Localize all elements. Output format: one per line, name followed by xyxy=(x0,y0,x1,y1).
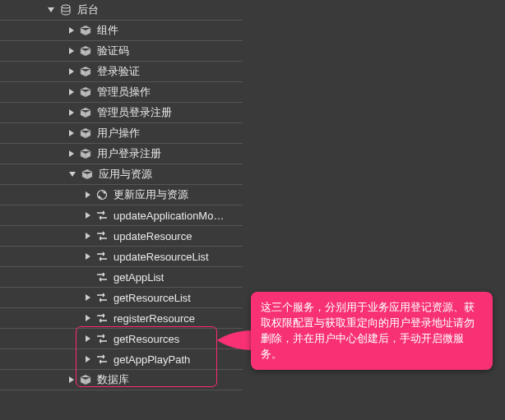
tree-root-label: 后台 xyxy=(77,2,99,17)
tree-child[interactable]: updateApplicationMo… xyxy=(0,205,243,226)
tree-child[interactable]: updateResourceList xyxy=(0,247,243,267)
tree-child[interactable]: 更新应用与资源 xyxy=(0,185,243,205)
package-icon xyxy=(79,107,92,118)
tree-item-label: 验证码 xyxy=(97,44,129,58)
package-icon xyxy=(79,148,92,159)
chevron-right-icon xyxy=(86,192,90,198)
tree-item[interactable]: 管理员操作 xyxy=(0,82,243,103)
tree-panel: 后台 组件 验证码 登录验证 管理员操作 管理员登录注册 用户操作 用户登录注册 xyxy=(0,0,243,390)
tree-child-getappplaypath[interactable]: getAppPlayPath xyxy=(0,349,243,370)
refresh-icon xyxy=(95,189,109,201)
chevron-right-icon xyxy=(69,150,74,157)
chevron-right-icon xyxy=(86,315,90,321)
tree-item-label: 管理员登录注册 xyxy=(97,105,172,120)
tree-item[interactable]: 组件 xyxy=(0,21,243,41)
chevron-right-icon xyxy=(86,294,90,301)
tree-child-label: getResourceList xyxy=(114,292,191,304)
package-icon xyxy=(79,66,92,77)
package-icon xyxy=(79,86,92,98)
tree-child-label: 更新应用与资源 xyxy=(114,187,188,202)
tree-child-getresources[interactable]: getResources xyxy=(0,329,243,349)
tree-child-label: updateApplicationMo… xyxy=(114,210,224,222)
tree-item-label: 管理员操作 xyxy=(97,85,151,99)
chevron-right-icon xyxy=(69,68,74,75)
tree-item-label: 应用与资源 xyxy=(99,167,152,182)
tree-item-appres[interactable]: 应用与资源 xyxy=(0,164,243,185)
arrow-spacer xyxy=(86,274,90,280)
flow-icon xyxy=(95,271,109,283)
chevron-right-icon xyxy=(69,376,74,383)
tree-root[interactable]: 后台 xyxy=(0,0,243,21)
callout-text: 这三个服务，分别用于业务应用登记资源、获取权限配置与获取重定向的用户登录地址请勿… xyxy=(261,301,475,360)
chevron-right-icon xyxy=(86,335,90,342)
package-icon xyxy=(79,374,92,385)
flow-icon xyxy=(95,312,109,324)
annotation-callout: 这三个服务，分别用于业务应用登记资源、获取权限配置与获取重定向的用户登录地址请勿… xyxy=(251,292,493,370)
tree-child-register[interactable]: registerResource xyxy=(0,308,243,329)
tree-item-label: 用户操作 xyxy=(97,126,140,141)
package-icon xyxy=(79,45,92,57)
stack-icon xyxy=(59,4,72,16)
flow-icon xyxy=(95,230,109,242)
chevron-right-icon xyxy=(86,233,90,239)
chevron-right-icon xyxy=(69,89,74,95)
flow-icon xyxy=(95,251,109,262)
tree-item[interactable]: 登录验证 xyxy=(0,62,243,82)
tree-item-label: 用户登录注册 xyxy=(97,146,161,161)
tree-child-label: getResources xyxy=(114,333,179,345)
tree-child-label: updateResource xyxy=(114,230,192,242)
tree-item[interactable]: 数据库 xyxy=(0,370,243,390)
chevron-right-icon xyxy=(69,48,74,54)
tree-child-label: registerResource xyxy=(114,312,195,325)
tree-item[interactable]: 管理员登录注册 xyxy=(0,103,243,123)
tree-child-label: getAppList xyxy=(114,271,164,284)
flow-icon xyxy=(95,353,109,365)
svg-point-1 xyxy=(98,191,107,200)
tree-item-label: 组件 xyxy=(97,23,118,38)
flow-icon xyxy=(95,292,109,303)
chevron-right-icon xyxy=(86,212,90,219)
tree-item-label: 登录验证 xyxy=(97,64,140,79)
chevron-down-icon xyxy=(48,7,54,12)
flow-icon xyxy=(95,333,109,344)
package-icon xyxy=(79,127,92,139)
tree-child-label: getAppPlayPath xyxy=(114,353,190,366)
tree-child-label: updateResourceList xyxy=(114,251,209,263)
tree-child[interactable]: getResourceList xyxy=(0,288,243,308)
chevron-right-icon xyxy=(69,109,74,116)
svg-point-0 xyxy=(62,5,70,8)
flow-icon xyxy=(95,210,109,221)
tree-item[interactable]: 用户操作 xyxy=(0,123,243,144)
package-icon xyxy=(79,25,92,36)
tree-child[interactable]: updateResource xyxy=(0,226,243,247)
chevron-right-icon xyxy=(86,253,90,260)
chevron-right-icon xyxy=(69,27,74,34)
chevron-down-icon xyxy=(69,172,76,177)
chevron-right-icon xyxy=(69,130,74,136)
tree-item[interactable]: 用户登录注册 xyxy=(0,144,243,164)
chevron-right-icon xyxy=(86,356,90,362)
tree-item[interactable]: 验证码 xyxy=(0,41,243,62)
tree-item-label: 数据库 xyxy=(97,372,129,387)
package-icon xyxy=(81,168,94,180)
tree-child[interactable]: getAppList xyxy=(0,267,243,288)
